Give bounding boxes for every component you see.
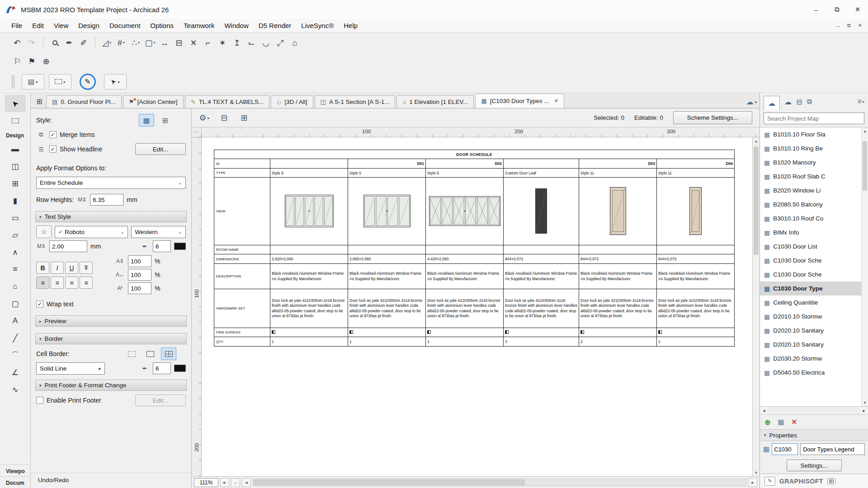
home-icon[interactable]: ⌂: [288, 36, 302, 50]
schedule-cell[interactable]: [579, 328, 657, 337]
fire-egress-checkbox[interactable]: [505, 330, 509, 334]
superscript-size-input[interactable]: [128, 282, 151, 294]
split-icon[interactable]: ✕: [186, 36, 201, 50]
fire-egress-checkbox[interactable]: [427, 330, 431, 334]
wrap-text-checkbox[interactable]: ✓: [36, 300, 43, 308]
schedule-cell[interactable]: 844×2,072: [579, 254, 657, 264]
project-map-item[interactable]: ▦D2010.10 Stormw: [760, 310, 861, 324]
schedule-cell[interactable]: Black Anodised Aluminium Window Frame As…: [270, 264, 348, 289]
tab-1-elevation-1-elev[interactable]: ⌂1 Elevation [1 ELEV...: [396, 95, 474, 108]
merge-cells-button[interactable]: ⊞: [236, 111, 252, 125]
teamwork-cloud-button[interactable]: ☁▾: [746, 98, 757, 106]
plan-options-button[interactable]: ▤ ▸: [22, 74, 44, 89]
menu-teamwork[interactable]: Teamwork: [179, 19, 219, 33]
tab-c1030-door-types[interactable]: ▦[C1030 Door Types ...✕: [475, 94, 564, 108]
schedule-cell[interactable]: [504, 328, 579, 337]
schedule-cell[interactable]: D04: [657, 159, 735, 169]
schedule-cell[interactable]: [579, 178, 657, 245]
intersect-icon[interactable]: ⌙: [244, 36, 259, 50]
schedule-cell[interactable]: Door lock as yale 4210305nm 2x18 bronze …: [504, 289, 579, 328]
undo-redo-section-label[interactable]: Undo/Redo: [31, 473, 191, 488]
virtual-trace-icon[interactable]: ⊟: [172, 36, 186, 50]
toolbox-viewpoint-label[interactable]: Viewpo: [0, 465, 30, 476]
drawing-canvas[interactable]: DOOR SCHEDULEIDD01D02D03D04TYPEStyle 5St…: [202, 137, 752, 476]
window-tool[interactable]: ⊞: [5, 175, 26, 192]
markup-flag-icon[interactable]: ⚐: [10, 54, 24, 69]
list-horizontal-scrollbar[interactable]: ◂ ▸: [760, 407, 868, 415]
scrollbar-thumb[interactable]: [754, 146, 759, 255]
dimension-icon[interactable]: ↔: [157, 36, 172, 50]
schedule-cell[interactable]: Style 11: [657, 169, 735, 178]
project-map-item[interactable]: ▦C1030 Door List: [760, 239, 861, 253]
close-tab-icon[interactable]: ✕: [554, 98, 558, 104]
schedule-cell[interactable]: [504, 159, 579, 169]
door-schedule-table[interactable]: DOOR SCHEDULEIDD01D02D03D04TYPEStyle 5St…: [214, 150, 735, 347]
schedule-cell[interactable]: 2,920×2,060: [270, 254, 348, 264]
project-map-item[interactable]: ▦B1010.10 Ring Be: [760, 141, 861, 155]
menu-help[interactable]: Help: [339, 19, 363, 33]
apply-format-select[interactable]: Entire Schedule ⌄: [36, 177, 186, 189]
minimize-button[interactable]: –: [806, 0, 826, 19]
align-right-button[interactable]: ≡: [65, 277, 78, 289]
schedule-cell[interactable]: [504, 245, 579, 254]
inject-parameters-icon[interactable]: ✐: [76, 36, 91, 50]
cell-border-all-button[interactable]: [161, 347, 176, 360]
enable-print-footer-checkbox[interactable]: [36, 397, 43, 404]
restore-button[interactable]: ⧉: [826, 0, 847, 19]
fire-egress-checkbox[interactable]: [272, 330, 275, 334]
marquee-tool[interactable]: [5, 112, 26, 129]
zoom-menu-button[interactable]: ▸: [220, 478, 229, 487]
doc-minimize-button[interactable]: –: [833, 20, 844, 32]
horizontal-scrollbar[interactable]: [253, 479, 746, 486]
schedule-cell[interactable]: [657, 328, 735, 337]
schedule-cell[interactable]: Black Anodised Aluminium Window Frame As…: [657, 264, 735, 289]
schedule-cell[interactable]: 1: [657, 337, 735, 347]
guide-lines-icon[interactable]: ◿▾: [99, 36, 114, 50]
scrollbar-track[interactable]: [768, 407, 860, 414]
spreadsheet-view-button[interactable]: ▦: [139, 114, 154, 127]
align-justify-button[interactable]: ≡: [80, 277, 93, 289]
row-height-input[interactable]: [90, 194, 123, 206]
pickup-parameters-icon[interactable]: ✒: [62, 36, 76, 50]
schedule-cell[interactable]: [426, 328, 504, 337]
scrollbar-thumb[interactable]: [863, 141, 867, 191]
schedule-cell[interactable]: Style 11: [579, 169, 657, 178]
schedule-cell[interactable]: 644×2,072: [657, 254, 735, 264]
zone-tool[interactable]: ▢: [5, 295, 26, 312]
schedule-cell[interactable]: [270, 178, 348, 245]
navigator-grid-icon[interactable]: ⊞: [33, 95, 46, 108]
italic-button[interactable]: I: [51, 262, 64, 274]
web-publish-icon[interactable]: ⊕: [39, 54, 53, 69]
scroll-left-button[interactable]: ◂: [242, 478, 251, 487]
schedule-cell[interactable]: [270, 245, 348, 254]
schedule-cell[interactable]: Door lock as yale 4210305nm 2x18 bronze …: [270, 289, 348, 328]
schedule-cell[interactable]: Style 5: [270, 169, 348, 178]
cloud-project-icon[interactable]: ☁: [784, 98, 792, 106]
strikethrough-button[interactable]: T: [80, 262, 93, 274]
spline-tool[interactable]: ∿: [5, 381, 26, 398]
tab-tl-4-text-labels[interactable]: ✎TL.4 TEXT & LABELS...: [185, 95, 269, 108]
schedule-options-button[interactable]: ⚙ ▸: [196, 111, 212, 125]
schedule-cell[interactable]: 1: [270, 337, 348, 347]
schedule-cell[interactable]: [348, 245, 426, 254]
wall-tool[interactable]: ▬: [5, 141, 26, 158]
schedule-id-input[interactable]: [772, 443, 798, 455]
project-map-item[interactable]: ▦D5040.50 Electrica: [760, 366, 861, 380]
line-spacing-input[interactable]: [128, 255, 151, 267]
beam-tool[interactable]: ▭: [5, 209, 26, 226]
fire-egress-checkbox[interactable]: [580, 330, 584, 334]
schedule-name-input[interactable]: [800, 443, 865, 455]
trim-icon[interactable]: ⌐: [201, 36, 215, 50]
line-type-select[interactable]: Solid Line ▸: [36, 362, 105, 375]
menu-livesync[interactable]: LiveSync®: [296, 19, 339, 33]
schedule-cell[interactable]: [348, 178, 426, 245]
column-tool[interactable]: ▮: [5, 192, 26, 209]
align-left-button[interactable]: ≡: [36, 277, 49, 289]
close-button[interactable]: ✕: [847, 0, 868, 19]
pen-color-swatch[interactable]: [174, 243, 186, 250]
roof-tool[interactable]: ∧: [5, 244, 26, 261]
arc-tool[interactable]: ⌒: [5, 347, 26, 364]
border-section-header[interactable]: ▾ Border: [35, 333, 187, 344]
schedule-cell[interactable]: Black Anodised Aluminium Window Frame As…: [348, 264, 426, 289]
scroll-up-icon[interactable]: ▴: [862, 127, 868, 135]
